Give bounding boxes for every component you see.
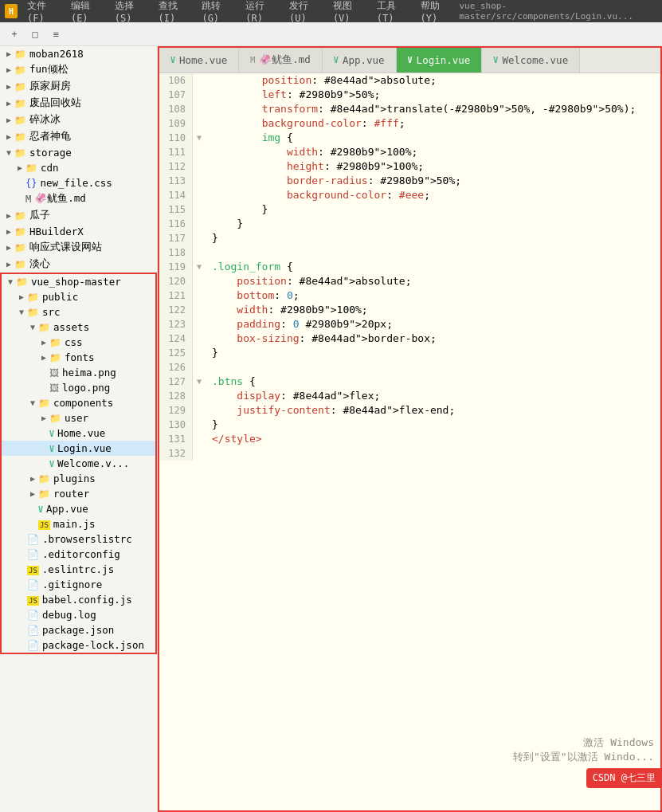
sidebar-item-funsong[interactable]: ▶ 📁 fun倾松 — [0, 61, 157, 78]
fold-indicator[interactable]: ▼ — [193, 131, 206, 145]
line-number: 116 — [159, 217, 193, 231]
fold-indicator — [193, 116, 206, 131]
sidebar-item-logo_png[interactable]: 🖼 logo.png — [2, 380, 155, 395]
folder-icon: 📁 — [27, 292, 39, 303]
menu-run[interactable]: 运行(R) — [241, 0, 283, 25]
sidebar-item-label: 瓜子 — [29, 209, 50, 222]
file-icon: 📄 — [27, 610, 39, 621]
sidebar-item-assets[interactable]: ▼ 📁 assets — [2, 320, 155, 335]
toolbar-window-button[interactable]: □ — [27, 26, 43, 42]
sidebar-item-cdn[interactable]: ▶ 📁 cdn — [0, 160, 157, 175]
main-area: ▶ 📁 moban2618 ▶ 📁 fun倾松 ▶ 📁 原家厨房 ▶ 📁 废品回… — [0, 46, 662, 812]
code-line: 121 bottom: 0; — [159, 288, 660, 303]
tab-welcome[interactable]: VWelcome.vue — [482, 48, 580, 73]
tree-arrow: ▶ — [3, 116, 14, 124]
sidebar-item-storage[interactable]: ▼ 📁 storage — [0, 145, 157, 160]
vue-icon: V — [49, 428, 54, 439]
folder-icon: 📁 — [25, 163, 37, 174]
menu-find[interactable]: 查找(I) — [154, 0, 196, 25]
code-line: 118 — [159, 245, 660, 260]
menu-select[interactable]: 选择(S) — [110, 0, 152, 25]
fold-indicator — [193, 317, 206, 331]
tab-app[interactable]: VApp.vue — [323, 48, 397, 73]
fold-indicator[interactable]: ▼ — [193, 260, 206, 274]
sidebar-item-main_js[interactable]: JS main.js — [2, 516, 155, 532]
fold-indicator — [193, 174, 206, 188]
line-content: width: #2980b9">100%; — [206, 303, 368, 317]
sidebar-item-css_folder[interactable]: ▶ 📁 css — [2, 335, 155, 350]
folder-icon: 📁 — [14, 226, 26, 237]
sidebar-item-renzhe[interactable]: ▶ 📁 忍者神龟 — [0, 128, 157, 145]
sidebar-item-gitignore[interactable]: 📄 .gitignore — [2, 577, 155, 592]
sidebar-item-vue_shop[interactable]: ▼ 📁 vue_shop-master — [2, 274, 155, 289]
line-number: 110 — [159, 131, 193, 145]
sidebar-item-src[interactable]: ▼ 📁 src — [2, 304, 155, 320]
menu-edit[interactable]: 编辑(E) — [66, 0, 108, 25]
folder-icon: 📁 — [14, 259, 26, 270]
tab-login[interactable]: VLogin.vue — [397, 48, 483, 73]
fold-indicator[interactable]: ▼ — [193, 375, 206, 389]
sidebar-item-new_file_css[interactable]: {} new_file.css — [0, 175, 157, 190]
fold-indicator — [193, 245, 206, 260]
sidebar-item-plugins[interactable]: ▶ 📁 plugins — [2, 471, 155, 486]
sidebar-item-guazi[interactable]: ▶ 📁 瓜子 — [0, 207, 157, 224]
code-line: 127▼.btns { — [159, 375, 660, 389]
line-content: } — [206, 231, 218, 245]
toolbar-menu-button[interactable]: ≡ — [48, 26, 64, 42]
folder-icon: 📁 — [38, 488, 50, 500]
sidebar-item-debug_log[interactable]: 📄 debug.log — [2, 607, 155, 622]
sidebar-item-hbuilderx[interactable]: ▶ 📁 HBuilderX — [0, 224, 157, 239]
menu-help[interactable]: 帮助(Y) — [416, 0, 458, 25]
sidebar-item-app_vue[interactable]: V App.vue — [2, 501, 155, 516]
sidebar-item-label: 🦑鱿鱼.md — [34, 192, 86, 206]
sidebar-item-label: 原家厨房 — [29, 80, 71, 93]
sidebar-item-feizhan[interactable]: ▶ 📁 废品回收站 — [0, 95, 157, 112]
sidebar-item-label: .gitignore — [42, 579, 102, 590]
toolbar-add-button[interactable]: + — [6, 26, 22, 42]
sidebar-item-label: cdn — [41, 162, 59, 174]
sidebar-item-welcome_vue[interactable]: V Welcome.v... — [2, 456, 155, 471]
menu-tools[interactable]: 工具(T) — [372, 0, 414, 25]
code-editor[interactable]: 106 position: #8e44ad">absolute;107 left… — [159, 73, 660, 810]
code-line: 111 width: #2980b9">100%; — [159, 145, 660, 159]
sidebar-item-home_vue[interactable]: V Home.vue — [2, 426, 155, 441]
sidebar-item-browserslistrc[interactable]: 📄 .browserslistrc — [2, 532, 155, 547]
sidebar-item-login_vue[interactable]: V Login.vue — [2, 441, 155, 456]
sidebar-item-yuanjia[interactable]: ▶ 📁 原家厨房 — [0, 78, 157, 95]
sidebar-item-components[interactable]: ▼ 📁 components — [2, 395, 155, 410]
fold-indicator — [193, 432, 206, 446]
sidebar-item-eslintrcjs[interactable]: JS .eslintrc.js — [2, 562, 155, 577]
sidebar-item-package_lock[interactable]: 📄 package-lock.json — [2, 637, 155, 653]
sidebar-item-public[interactable]: ▶ 📁 public — [2, 289, 155, 304]
sidebar-item-babel_config[interactable]: JS babel.config.js — [2, 592, 155, 607]
css-icon: {} — [25, 178, 37, 189]
sidebar-item-label: 废品回收站 — [29, 96, 81, 110]
menu-file[interactable]: 文件(F) — [22, 0, 65, 25]
menu-bar: H 文件(F) 编辑(E) 选择(S) 查找(I) 跳转(G) 运行(R) 发行… — [0, 0, 662, 22]
tree-arrow: ▶ — [27, 489, 38, 498]
sidebar-item-moban2618[interactable]: ▶ 📁 moban2618 — [0, 46, 157, 61]
line-number: 126 — [159, 360, 193, 375]
menu-jump[interactable]: 跳转(G) — [197, 0, 239, 25]
code-line: 125} — [159, 346, 660, 360]
sidebar-item-chenxin[interactable]: ▶ 📁 淡心 — [0, 256, 157, 273]
sidebar-item-heima_png[interactable]: 🖼 heima.png — [2, 365, 155, 380]
menu-view[interactable]: 视图(V) — [328, 0, 370, 25]
code-line: 124 box-sizing: #8e44ad">border-box; — [159, 331, 660, 346]
code-line: 112 height: #2980b9">100%; — [159, 159, 660, 174]
line-number: 117 — [159, 231, 193, 245]
tab-home[interactable]: VHome.vue — [159, 48, 239, 73]
sidebar-item-yusui_md[interactable]: M 🦑鱿鱼.md — [0, 190, 157, 207]
sidebar-item-router_folder[interactable]: ▶ 📁 router — [2, 486, 155, 501]
sidebar-item-user_folder[interactable]: ▶ 📁 user — [2, 410, 155, 426]
sidebar-item-fonts_folder[interactable]: ▶ 📁 fonts — [2, 350, 155, 365]
line-number: 106 — [159, 73, 193, 88]
line-number: 122 — [159, 303, 193, 317]
sidebar-item-xiangying[interactable]: ▶ 📁 响应式课设网站 — [0, 239, 157, 256]
sidebar-item-suibing[interactable]: ▶ 📁 碎冰冰 — [0, 112, 157, 128]
sidebar-item-editorconfig[interactable]: 📄 .editorconfig — [2, 547, 155, 562]
menu-publish[interactable]: 发行(U) — [284, 0, 327, 25]
tab-yusui[interactable]: M🦑鱿鱼.md — [239, 48, 323, 73]
sidebar-item-label: HBuilderX — [29, 226, 84, 237]
sidebar-item-package_json[interactable]: 📄 package.json — [2, 622, 155, 637]
